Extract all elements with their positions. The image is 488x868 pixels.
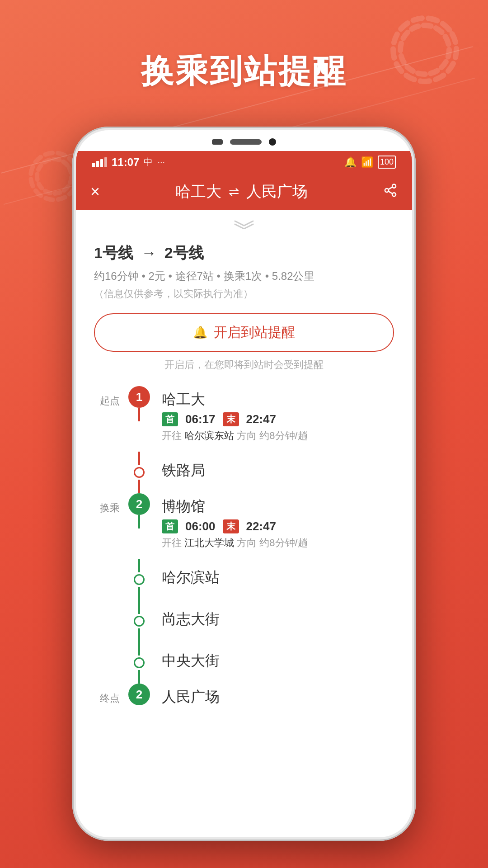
route-meta: 约16分钟 • 2元 • 途径7站 • 换乘1次 • 5.82公里	[94, 269, 394, 283]
line-segment-green	[138, 587, 140, 600]
station-line-col: 2	[126, 493, 153, 528]
scroll-indicator	[76, 210, 412, 234]
notch-speaker	[230, 139, 262, 145]
station-info: 铁路局	[153, 452, 394, 490]
station-circle-main: 2	[128, 493, 150, 515]
station-line-col	[126, 559, 153, 600]
station-line-col	[126, 452, 153, 493]
last-badge: 末	[223, 412, 239, 426]
station-times: 首 06:00 末 22:47	[162, 519, 394, 533]
station-circle-small	[134, 467, 145, 478]
station-name: 哈尔滨站	[162, 568, 394, 588]
svg-line-7	[388, 191, 392, 193]
phone-notch-bar	[76, 130, 412, 151]
station-label	[94, 452, 126, 460]
bell-reminder-icon: 🔔	[193, 326, 207, 340]
first-badge: 首	[162, 412, 178, 426]
deco-lines-top-right	[389, 14, 461, 86]
station-line-col: 2	[126, 684, 153, 705]
station-list: 起点 1 哈工大 首 06:17 末 22:	[94, 386, 394, 716]
line-segment-green	[138, 642, 140, 656]
station-info: 人民广场	[153, 684, 394, 716]
signal-bar-1	[92, 163, 95, 167]
reminder-label: 开启到站提醒	[214, 323, 295, 342]
status-bar: 11:07 中 ··· 🔔 📶 100	[76, 151, 412, 173]
station-line-col: 1	[126, 386, 153, 421]
station-circle-small	[134, 616, 145, 627]
station-label: 起点	[94, 386, 126, 408]
station-direction: 开往 哈尔滨东站 方向 约8分钟/趟	[162, 429, 394, 443]
direction-highlight: 哈尔滨东站	[184, 430, 234, 441]
battery-icon: 100	[378, 156, 396, 169]
station-name: 铁路局	[162, 461, 394, 481]
line-segment-green	[138, 628, 140, 642]
wifi-icon: 📶	[361, 156, 373, 168]
table-row: 铁路局	[94, 452, 394, 493]
svg-line-8	[388, 187, 392, 189]
station-info: 哈工大 首 06:17 末 22:47 开往 哈尔滨东站 方向 约8分钟/趟	[153, 386, 394, 452]
destination-label: 人民广场	[246, 181, 308, 202]
line-segment-green	[138, 600, 140, 614]
route-line-title: 1号线 → 2号线	[94, 243, 394, 264]
status-time: 11:07	[112, 156, 139, 169]
reminder-button[interactable]: 🔔 开启到站提醒	[94, 313, 394, 352]
notch-sensor	[269, 138, 276, 146]
status-left: 11:07 中 ···	[92, 156, 165, 169]
table-row: 尚志大街	[94, 600, 394, 642]
station-label	[94, 600, 126, 609]
app-header: × 哈工大 ⇌ 人民广场	[76, 173, 412, 210]
status-right: 🔔 📶 100	[344, 156, 396, 169]
page-title: 换乘到站提醒	[141, 50, 347, 93]
line-segment-green	[138, 515, 140, 528]
signal-bar-3	[100, 159, 103, 167]
swap-icon: ⇌	[229, 184, 239, 199]
content-area: 1号线 → 2号线 约16分钟 • 2元 • 途径7站 • 换乘1次 • 5.8…	[76, 234, 412, 725]
station-line-col	[126, 600, 153, 642]
station-info: 博物馆 首 06:00 末 22:47 开往 江北大学城 方向 约8分钟/趟	[153, 493, 394, 559]
station-times: 首 06:17 末 22:47	[162, 412, 394, 426]
line-segment-red	[138, 452, 140, 465]
battery-level: 100	[380, 157, 394, 167]
table-row: 起点 1 哈工大 首 06:17 末 22:	[94, 386, 394, 452]
direction-highlight: 江北大学城	[184, 537, 234, 548]
station-name: 中央大街	[162, 651, 394, 671]
table-row: 中央大街	[94, 642, 394, 684]
route-disclaimer: （信息仅供参考，以实际执行为准）	[94, 287, 394, 301]
carrier-icon: 中	[144, 156, 153, 168]
table-row: 终点 2 人民广场	[94, 684, 394, 716]
line-segment-red	[138, 480, 140, 493]
reminder-subtext: 开启后，在您即将到站时会受到提醒	[94, 358, 394, 372]
phone-inner: 11:07 中 ··· 🔔 📶 100 × 哈工大 ⇌ 人民广场	[76, 130, 412, 837]
first-time: 06:00	[185, 519, 216, 533]
station-circle-small	[134, 574, 145, 585]
station-name: 尚志大街	[162, 609, 394, 629]
station-label	[94, 559, 126, 567]
last-time: 22:47	[246, 412, 277, 426]
bell-icon: 🔔	[344, 156, 357, 168]
station-name: 人民广场	[162, 687, 394, 707]
station-line-col	[126, 642, 153, 684]
signal-bars	[92, 157, 107, 167]
line-segment-green	[138, 670, 140, 684]
line-segment-green	[138, 559, 140, 572]
station-label	[94, 642, 126, 650]
phone-frame: 11:07 中 ··· 🔔 📶 100 × 哈工大 ⇌ 人民广场	[72, 127, 416, 841]
first-badge: 首	[162, 519, 178, 533]
signal-bar-2	[96, 161, 99, 167]
station-name: 博物馆	[162, 497, 394, 517]
share-button[interactable]	[383, 183, 398, 201]
more-icon: ···	[157, 157, 165, 167]
last-time: 22:47	[246, 519, 277, 533]
notch-camera	[212, 139, 223, 145]
last-badge: 末	[223, 519, 239, 533]
line-segment-red	[138, 408, 140, 421]
first-time: 06:17	[185, 412, 216, 426]
origin-label: 哈工大	[175, 181, 221, 202]
station-circle-main: 2	[128, 684, 150, 705]
station-name: 哈工大	[162, 390, 394, 410]
station-circle-main: 1	[128, 386, 150, 408]
close-button[interactable]: ×	[90, 182, 100, 201]
station-info: 哈尔滨站	[153, 559, 394, 597]
header-route: 哈工大 ⇌ 人民广场	[175, 181, 308, 202]
station-label: 换乘	[94, 493, 126, 515]
